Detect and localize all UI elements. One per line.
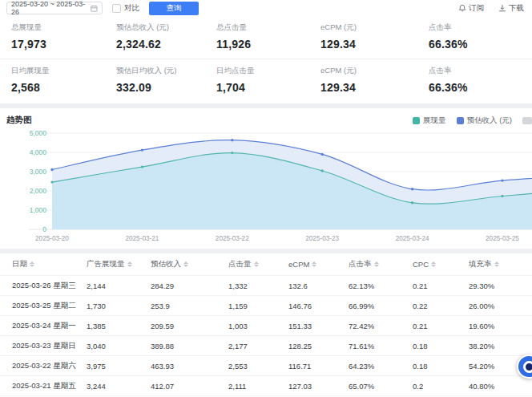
column-label: CPC xyxy=(413,260,429,269)
table-cell: 2025-03-23 星期日 xyxy=(12,341,87,351)
table-cell: 127.03 xyxy=(288,382,349,391)
table-cell: 29.30% xyxy=(469,282,532,290)
table-cell: 1,385 xyxy=(87,322,151,330)
table-row[interactable]: 2025-03-21 星期五3,244412.072,111127.0365.0… xyxy=(0,375,532,395)
table-cell: 389.88 xyxy=(151,342,228,350)
date-range-value: 2025-03-20 ~ 2025-03-26 xyxy=(11,0,91,16)
stat-daily-clicks: 日均点击量 1,704 xyxy=(216,66,320,94)
column-header-3[interactable]: 点击量 xyxy=(228,259,288,269)
table-cell: 0.22 xyxy=(413,302,469,310)
table-cell: 412.07 xyxy=(151,382,228,391)
table-row[interactable]: 2025-03-24 星期一1,385209.591,003151.3372.4… xyxy=(0,315,532,335)
stat-daily-impressions: 日均展现量 2,568 xyxy=(11,66,116,94)
table-cell: 284.29 xyxy=(151,282,228,290)
table-cell: 2,144 xyxy=(87,282,151,290)
table-cell: 0.21 xyxy=(413,282,469,290)
svg-text:2025-03-21: 2025-03-21 xyxy=(125,235,159,242)
column-header-4[interactable]: eCPM xyxy=(288,260,349,269)
sort-icon[interactable] xyxy=(374,261,379,267)
column-label: 广告展现量 xyxy=(87,259,125,269)
daily-stats-table: 日期广告展现量预估收入点击量eCPM点击率CPC填充率 2025-03-26 星… xyxy=(0,253,532,397)
table-cell: 71.61% xyxy=(349,342,413,350)
table-cell: 65.07% xyxy=(349,382,413,391)
column-label: 填充率 xyxy=(469,259,492,269)
subscribe-bell-icon xyxy=(458,4,466,12)
toolbar: 2025-03-20 ~ 2025-03-26 对比 查询 订阅 下载 xyxy=(0,0,532,16)
svg-text:2025-03-25: 2025-03-25 xyxy=(486,235,519,242)
table-cell: 3,975 xyxy=(87,362,151,371)
svg-text:0: 0 xyxy=(42,225,46,233)
download-button[interactable]: 下载 xyxy=(498,3,524,14)
sort-icon[interactable] xyxy=(494,261,499,267)
table-cell: 3,244 xyxy=(87,382,151,391)
legend-swatch xyxy=(457,117,464,124)
trend-chart-title: 趋势图 xyxy=(6,115,32,126)
table-cell: 1,159 xyxy=(228,302,288,310)
table-row[interactable]: 2025-03-26 星期三2,144284.291,332132.662.13… xyxy=(0,275,532,295)
column-header-5[interactable]: 点击率 xyxy=(349,259,413,269)
table-body: 2025-03-26 星期三2,144284.291,332132.662.13… xyxy=(0,275,532,397)
sort-icon[interactable] xyxy=(431,261,436,267)
table-cell: 62.13% xyxy=(349,282,413,290)
compare-label: 对比 xyxy=(124,3,139,14)
stat-daily-revenue: 预估日均收入 (元) 332.09 xyxy=(116,66,216,94)
trend-area-chart[interactable]: 5,0004,0003,0002,0001,00002025-03-202025… xyxy=(0,127,532,249)
column-label: 日期 xyxy=(12,259,27,269)
legend-extra-swatch[interactable] xyxy=(522,117,532,124)
table-cell: 116.71 xyxy=(288,362,349,371)
svg-text:3,000: 3,000 xyxy=(30,168,47,176)
column-header-2[interactable]: 预估收入 xyxy=(151,259,228,269)
stat-ctr: 点击率 66.36% xyxy=(429,22,532,51)
table-cell: 2025-03-25 星期二 xyxy=(12,301,87,311)
subscribe-button[interactable]: 订阅 xyxy=(458,3,484,14)
sort-icon[interactable] xyxy=(127,261,132,267)
sort-icon[interactable] xyxy=(254,261,259,267)
summary-panel: 总展现量 17,973 预估总收入 (元) 2,324.62 总点击量 11,9… xyxy=(0,16,532,103)
column-header-0[interactable]: 日期 xyxy=(12,259,87,269)
legend-item-0[interactable]: 展现量 xyxy=(413,115,446,126)
table-cell: 1,003 xyxy=(228,322,288,330)
table-cell: 128.25 xyxy=(288,342,349,350)
compare-checkbox[interactable] xyxy=(112,4,121,13)
column-header-7[interactable]: 填充率 xyxy=(469,259,532,269)
table-cell: 26.00% xyxy=(469,302,532,310)
date-range-input[interactable]: 2025-03-20 ~ 2025-03-26 xyxy=(6,2,103,14)
table-row[interactable]: 2025-03-25 星期二1,730253.91,159146.7666.99… xyxy=(0,295,532,315)
table-cell: 0.21 xyxy=(413,322,469,330)
column-header-6[interactable]: CPC xyxy=(413,260,469,269)
legend-item-1[interactable]: 预估收入 (元) xyxy=(457,115,512,126)
table-row[interactable]: 2025-03-23 星期日3,040389.882,177128.2571.6… xyxy=(0,335,532,355)
table-cell: 66.99% xyxy=(349,302,413,310)
column-label: 预估收入 xyxy=(151,259,181,269)
svg-text:4,000: 4,000 xyxy=(30,148,47,156)
sort-icon[interactable] xyxy=(183,261,188,267)
summary-row-total: 总展现量 17,973 预估总收入 (元) 2,324.62 总点击量 11,9… xyxy=(0,16,532,59)
column-header-1[interactable]: 广告展现量 xyxy=(87,259,151,269)
table-cell: 2,111 xyxy=(228,382,288,391)
legend-swatch xyxy=(413,117,420,124)
svg-text:2025-03-23: 2025-03-23 xyxy=(305,235,339,242)
table-row[interactable]: 2025-03-22 星期六3,975463.932,553116.7164.2… xyxy=(0,355,532,375)
table-cell: 40.80% xyxy=(469,382,532,391)
legend-label: 展现量 xyxy=(423,115,446,126)
stat-total-clicks: 总点击量 11,926 xyxy=(216,22,320,51)
calendar-icon xyxy=(91,5,98,12)
compare-toggle[interactable]: 对比 xyxy=(112,3,139,14)
svg-text:2025-03-20: 2025-03-20 xyxy=(35,235,69,242)
svg-text:2025-03-24: 2025-03-24 xyxy=(396,235,429,242)
table-cell: 0.18 xyxy=(413,342,469,350)
table-cell: 151.33 xyxy=(288,322,349,330)
sort-icon[interactable] xyxy=(312,261,316,267)
column-label: 点击率 xyxy=(349,259,372,269)
table-cell: 253.9 xyxy=(151,302,228,310)
legend-label: 预估收入 (元) xyxy=(467,115,512,126)
sort-icon[interactable] xyxy=(30,261,34,267)
table-cell: 132.6 xyxy=(288,282,349,290)
table-cell: 64.23% xyxy=(349,362,413,371)
stat-daily-ecpm: eCPM (元) 129.34 xyxy=(320,66,429,94)
download-label: 下载 xyxy=(509,3,524,14)
table-cell: 2025-03-21 星期五 xyxy=(12,381,87,391)
query-button[interactable]: 查询 xyxy=(149,2,199,15)
svg-text:2,000: 2,000 xyxy=(30,187,47,195)
table-cell: 19.60% xyxy=(469,322,532,330)
